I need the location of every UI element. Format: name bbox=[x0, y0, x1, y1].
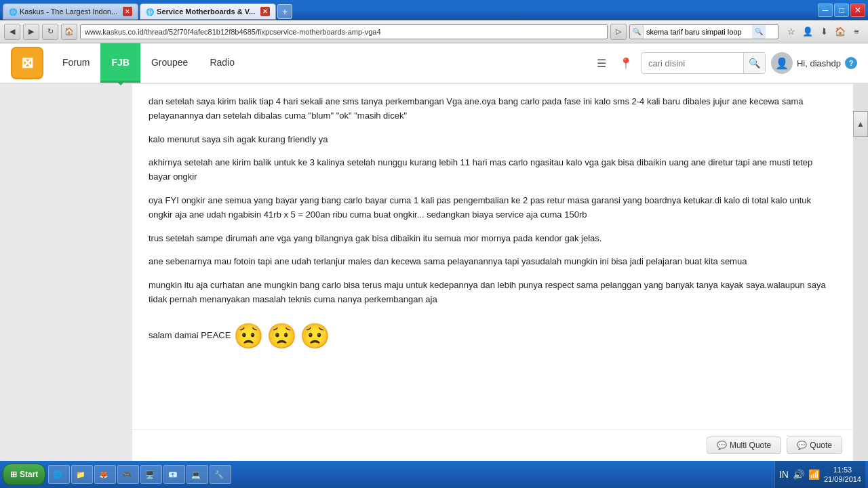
home-button[interactable]: 🏠 bbox=[61, 24, 77, 40]
browser-search-box: 🔍 🔍 bbox=[629, 24, 778, 39]
download-icon[interactable]: ⬇ bbox=[816, 24, 831, 39]
nav-forum[interactable]: Forum bbox=[52, 43, 100, 83]
nav-fjb[interactable]: FJB bbox=[100, 43, 140, 83]
user-area: 👤 Hi, diashdp ? bbox=[771, 52, 857, 74]
header-search: ☰ 📍 🔍 👤 Hi, diashdp ? bbox=[592, 52, 857, 74]
taskbar-game-icon[interactable]: 🎮 bbox=[117, 465, 139, 484]
quote-icon: 💬 bbox=[797, 441, 807, 450]
post-paragraph-7: mungkin itu aja curhatan ane mungkin ban… bbox=[149, 279, 837, 307]
tab-2-label: Service Motherboards & V... bbox=[157, 7, 255, 16]
emoji-row: salam damai PEACE 😟 😟 😟 bbox=[149, 317, 837, 356]
taskbar-ie-icon[interactable]: 🌐 bbox=[48, 465, 70, 484]
kaskus-search-input[interactable] bbox=[642, 58, 743, 68]
volume-icon[interactable]: 🔊 bbox=[793, 469, 804, 480]
taskbar-items: 🌐 📁 🦊 🎮 🖥️ 📧 💻 🔧 bbox=[45, 465, 774, 484]
salam-text: salam damai PEACE bbox=[149, 329, 231, 343]
network-icon[interactable]: 📶 bbox=[808, 469, 820, 480]
emoji-1: 😟 bbox=[233, 317, 264, 356]
start-button[interactable]: ⊞ Start bbox=[3, 464, 45, 485]
hamburger-icon[interactable]: ☰ bbox=[592, 54, 611, 73]
kaskus-logo[interactable]: ⊠ bbox=[11, 47, 43, 79]
nav-radio-label: Radio bbox=[210, 57, 235, 68]
location-icon[interactable]: 📍 bbox=[616, 54, 635, 73]
user-greeting: Hi, diashdp bbox=[797, 58, 841, 68]
locale-indicator: IN bbox=[779, 469, 789, 480]
new-tab-button[interactable]: + bbox=[277, 4, 292, 19]
post-actions: 💬 Multi Quote 💬 Quote bbox=[132, 429, 853, 461]
profile-icon[interactable]: 👤 bbox=[800, 24, 815, 39]
clock-time: 11:53 bbox=[824, 465, 861, 474]
nav-forum-label: Forum bbox=[62, 57, 90, 68]
browser-tab-2[interactable]: 🌐 Service Motherboards & V... ✕ bbox=[140, 3, 276, 20]
taskbar-explorer-icon[interactable]: 📁 bbox=[71, 465, 93, 484]
start-label: Start bbox=[20, 470, 38, 479]
toolbar-icons: ☆ 👤 ⬇ 🏠 ≡ bbox=[784, 24, 864, 39]
post-paragraph-3: akhirnya setelah ane kirim balik untuk k… bbox=[149, 156, 837, 184]
emoji-2: 😟 bbox=[267, 317, 297, 356]
nav-radio[interactable]: Radio bbox=[199, 43, 245, 83]
multi-quote-icon: 💬 bbox=[717, 441, 727, 450]
address-bar: ◀ ▶ ↻ 🏠 ▷ 🔍 🔍 ☆ 👤 ⬇ 🏠 ≡ bbox=[0, 20, 868, 43]
nav-fjb-label: FJB bbox=[111, 57, 129, 68]
left-sidebar bbox=[0, 84, 132, 461]
clock: 11:53 21/09/2014 bbox=[824, 465, 861, 485]
content-area: dan setelah saya kirim balik tiap 4 hari… bbox=[132, 84, 853, 461]
address-go-button[interactable]: ▷ bbox=[610, 24, 627, 40]
windows-logo-icon: ⊞ bbox=[10, 470, 17, 479]
taskbar-tool-icon[interactable]: 🔧 bbox=[210, 465, 231, 484]
browser-search-input[interactable] bbox=[644, 28, 752, 36]
emoji-3: 😟 bbox=[300, 317, 330, 356]
tab-2-close[interactable]: ✕ bbox=[260, 7, 270, 16]
quote-button[interactable]: 💬 Quote bbox=[787, 436, 842, 454]
bookmark-star-icon[interactable]: ☆ bbox=[784, 24, 799, 39]
kaskus-header: ⊠ Forum FJB Groupee Radio ☰ 📍 🔍 👤 Hi, di… bbox=[0, 43, 868, 84]
tab-1-label: Kaskus - The Largest Indon... bbox=[20, 7, 117, 16]
tabs-area: 🌐 Kaskus - The Largest Indon... ✕ 🌐 Serv… bbox=[0, 0, 827, 20]
multi-quote-label: Multi Quote bbox=[730, 441, 771, 450]
scroll-up-button[interactable]: ▲ bbox=[853, 111, 868, 137]
kaskus-search: 🔍 bbox=[641, 52, 766, 74]
multi-quote-button[interactable]: 💬 Multi Quote bbox=[707, 436, 781, 454]
taskbar-laptop-icon[interactable]: 💻 bbox=[186, 465, 208, 484]
back-button[interactable]: ◀ bbox=[4, 24, 20, 40]
browser-tab-1[interactable]: 🌐 Kaskus - The Largest Indon... ✕ bbox=[3, 3, 138, 20]
post-paragraph-4: oya FYI ongkir ane semua yang bayar yang… bbox=[149, 194, 837, 222]
home-toolbar-icon[interactable]: 🏠 bbox=[833, 24, 848, 39]
search-go-button[interactable]: 🔍 bbox=[752, 25, 766, 39]
clock-date: 21/09/2014 bbox=[824, 474, 861, 484]
post-paragraph-1: dan setelah saya kirim balik tiap 4 hari… bbox=[149, 95, 837, 123]
kaskus-search-button[interactable]: 🔍 bbox=[743, 52, 765, 74]
post-paragraph-2: kalo menurut saya sih agak kurang friend… bbox=[149, 133, 837, 147]
maximize-button[interactable]: □ bbox=[834, 3, 849, 17]
post-paragraph-5: trus setelah sampe dirumah ane vga yang … bbox=[149, 232, 837, 246]
post-content: dan setelah saya kirim balik tiap 4 hari… bbox=[132, 84, 853, 374]
menu-icon[interactable]: ≡ bbox=[849, 24, 864, 39]
taskbar: ⊞ Start 🌐 📁 🦊 🎮 🖥️ 📧 💻 🔧 IN 🔊 📶 11:53 21… bbox=[0, 461, 868, 488]
nav-groupee-label: Groupee bbox=[151, 57, 188, 68]
reload-button[interactable]: ↻ bbox=[42, 24, 58, 40]
nav-groupee[interactable]: Groupee bbox=[140, 43, 199, 83]
main-container: dan setelah saya kirim balik tiap 4 hari… bbox=[0, 84, 868, 461]
header-nav: Forum FJB Groupee Radio bbox=[52, 43, 245, 83]
taskbar-monitor-icon[interactable]: 🖥️ bbox=[140, 465, 162, 484]
post-paragraph-6: ane sebenarnya mau fotoin tapi ane udah … bbox=[149, 255, 837, 269]
user-avatar: 👤 bbox=[771, 52, 793, 74]
help-icon[interactable]: ? bbox=[845, 57, 857, 69]
taskbar-firefox-icon[interactable]: 🦊 bbox=[94, 465, 116, 484]
search-engine-icon: 🔍 bbox=[630, 25, 644, 39]
address-input[interactable] bbox=[80, 24, 608, 39]
quote-label: Quote bbox=[810, 441, 832, 450]
forward-button[interactable]: ▶ bbox=[23, 24, 39, 40]
right-scrollbar[interactable]: ▲ bbox=[853, 84, 868, 461]
tab-1-close[interactable]: ✕ bbox=[123, 7, 132, 16]
system-tray: IN 🔊 📶 11:53 21/09/2014 bbox=[774, 461, 865, 488]
taskbar-mail-icon[interactable]: 📧 bbox=[163, 465, 185, 484]
title-bar: 🌐 Kaskus - The Largest Indon... ✕ 🌐 Serv… bbox=[0, 0, 868, 20]
close-button[interactable]: ✕ bbox=[850, 3, 865, 17]
